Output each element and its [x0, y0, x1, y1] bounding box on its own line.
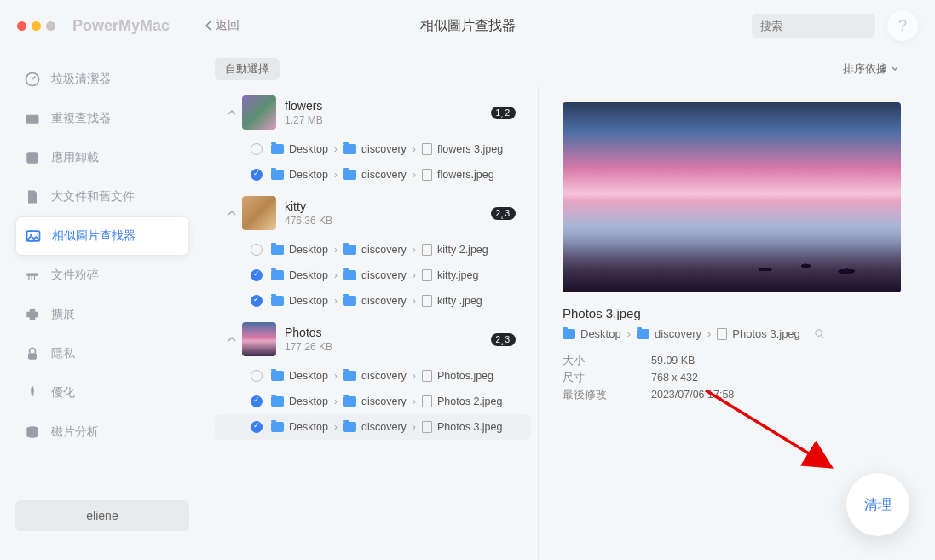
file-name: kitty 2.jpeg [437, 244, 488, 256]
chevron-up-icon[interactable] [227, 205, 242, 221]
sidebar-item-label: 重複查找器 [51, 111, 111, 126]
sidebar-item-label: 擴展 [51, 307, 75, 322]
path-segment: discovery [361, 295, 407, 307]
sidebar-item-privacy[interactable]: 隱私 [15, 334, 189, 373]
file-row[interactable]: Desktop›discovery› kitty 2.jpeg [215, 237, 531, 263]
file-row[interactable]: Desktop›discovery› kitty .jpeg [215, 288, 531, 314]
help-button[interactable]: ? [887, 10, 918, 41]
file-checkbox[interactable] [251, 169, 263, 181]
file-row[interactable]: Desktop›discovery› kitty.jpeg [215, 263, 531, 288]
folder-icon [271, 270, 284, 280]
svg-rect-11 [28, 353, 37, 360]
sort-label: 排序依據 [843, 61, 887, 77]
path-segment: discovery [361, 244, 407, 256]
file-icon [422, 395, 432, 407]
disk-icon [24, 424, 41, 441]
file-name: Photos 3.jpeg [437, 421, 502, 433]
app-name: PowerMyMac [72, 17, 170, 35]
folder-icon [343, 371, 356, 381]
path-segment: Desktop [289, 244, 328, 256]
path-segment: Desktop [289, 395, 328, 407]
file-name: kitty .jpeg [437, 295, 482, 307]
minimize-dot[interactable] [32, 21, 41, 31]
svg-rect-5 [27, 231, 40, 241]
sidebar-item-uninstaller[interactable]: 應用卸載 [15, 138, 189, 177]
file-row[interactable]: Desktop›discovery› Photos 3.jpeg [215, 414, 531, 440]
folder-icon [24, 110, 41, 127]
sidebar-item-similar-images[interactable]: 相似圖片查找器 [15, 216, 189, 256]
file-row[interactable]: Desktop›discovery› Photos.jpeg [215, 363, 531, 389]
path-segment: Desktop [580, 327, 621, 340]
path-segment: Desktop [289, 269, 328, 281]
file-name: flowers 3.jpeg [437, 143, 503, 155]
group-count-badge: 2˛3 [491, 333, 516, 346]
chevron-up-icon[interactable] [227, 332, 242, 347]
sidebar-item-trash-cleaner[interactable]: 垃圾清潔器 [15, 60, 189, 99]
chevron-up-icon[interactable] [227, 105, 242, 120]
rocket-icon [24, 384, 41, 401]
folder-icon [343, 170, 356, 180]
sidebar-item-label: 隱私 [51, 346, 75, 361]
file-icon [422, 370, 432, 382]
file-row[interactable]: Desktop›discovery› Photos 2.jpeg [215, 389, 531, 414]
file-checkbox[interactable] [251, 244, 263, 256]
file-checkbox[interactable] [251, 370, 263, 382]
meta-label: 最後修改 [563, 386, 651, 403]
sidebar-item-optimize[interactable]: 優化 [15, 373, 189, 413]
sidebar-item-shredder[interactable]: 文件粉碎 [15, 256, 189, 295]
back-button[interactable]: 返回 [204, 18, 240, 33]
group-size: 1.27 MB [285, 114, 491, 126]
path-segment: Desktop [289, 143, 328, 155]
search-icon[interactable] [814, 328, 825, 339]
sidebar-item-large-old-files[interactable]: 大文件和舊文件 [15, 177, 189, 216]
group-thumbnail [242, 95, 276, 130]
file-checkbox[interactable] [251, 421, 263, 433]
file-icon [422, 244, 432, 256]
file-icon [422, 169, 432, 181]
auto-select-button[interactable]: 自動選擇 [215, 58, 280, 80]
clean-button[interactable]: 清理 [846, 473, 909, 536]
group-size: 177.26 KB [285, 341, 491, 353]
svg-point-13 [816, 330, 822, 336]
sidebar-item-label: 文件粉碎 [51, 268, 99, 283]
file-name: flowers.jpeg [437, 169, 494, 181]
sidebar-item-duplicate-finder[interactable]: 重複查找器 [15, 99, 189, 138]
group-header[interactable]: Photos 177.26 KB 2˛3 [215, 314, 531, 363]
folder-icon [343, 396, 356, 407]
folder-icon [343, 144, 356, 154]
sidebar-item-label: 磁片分析 [51, 424, 99, 440]
path-segment: Desktop [289, 421, 328, 433]
sidebar-item-disk-analyze[interactable]: 磁片分析 [15, 413, 189, 452]
search-input[interactable] [760, 20, 903, 32]
group-name: Photos [285, 326, 491, 339]
file-name: kitty.jpeg [437, 269, 478, 281]
search-box[interactable] [752, 14, 875, 38]
path-segment: discovery [361, 421, 407, 433]
group-header[interactable]: kitty 476.36 KB 2˛3 [215, 188, 531, 237]
user-pill[interactable]: eliene [15, 500, 189, 531]
group-header[interactable]: flowers 1.27 MB 1˛2 [215, 87, 531, 136]
path-segment: discovery [361, 395, 407, 407]
file-checkbox[interactable] [251, 143, 263, 155]
sort-button[interactable]: 排序依據 [843, 61, 899, 77]
folder-icon [271, 144, 284, 154]
path-segment: discovery [361, 143, 407, 155]
file-checkbox[interactable] [251, 395, 263, 407]
group-name: flowers [285, 99, 491, 113]
sidebar-item-extensions[interactable]: 擴展 [15, 295, 189, 334]
close-dot[interactable] [17, 21, 26, 31]
file-checkbox[interactable] [251, 269, 263, 281]
image-icon [25, 228, 42, 245]
file-name: Photos 2.jpeg [437, 395, 502, 407]
path-segment: Desktop [289, 370, 328, 382]
file-row[interactable]: Desktop›discovery› flowers.jpeg [215, 162, 531, 188]
svg-rect-3 [26, 115, 39, 124]
path-segment: discovery [361, 269, 407, 281]
file-row[interactable]: Desktop›discovery› flowers 3.jpeg [215, 136, 531, 162]
zoom-dot[interactable] [46, 21, 55, 31]
back-label: 返回 [216, 18, 240, 33]
lock-icon [24, 345, 41, 362]
file-checkbox[interactable] [251, 295, 263, 307]
folder-icon [271, 296, 284, 306]
results-list[interactable]: flowers 1.27 MB 1˛2 Desktop›discovery› f… [215, 87, 539, 560]
